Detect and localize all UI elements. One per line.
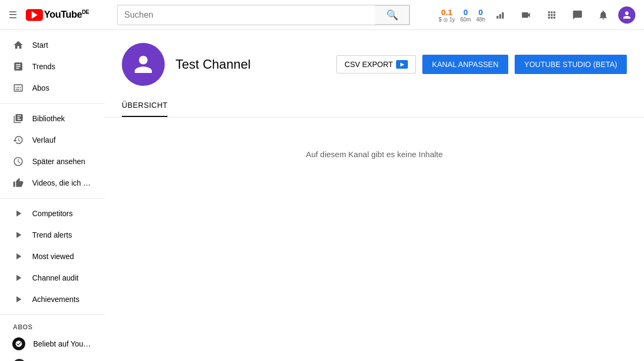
stat-48h-sub: 48h: [476, 17, 485, 23]
csv-export-button[interactable]: CSV EXPORT ▶: [336, 55, 416, 73]
analytics-icon-btn[interactable]: [489, 4, 511, 26]
sidebar-item-spaeter[interactable]: Später ansehen: [0, 151, 105, 172]
youtube-studio-button[interactable]: YOUTUBE STUDIO (BETA): [515, 55, 627, 74]
empty-state: Auf diesem Kanal gibt es keine Inhalte: [105, 117, 644, 191]
stat-48h-value: 0: [478, 8, 482, 17]
sidebar-label-most-viewed: Most viewed: [32, 252, 74, 261]
avatar[interactable]: [618, 6, 635, 24]
video-camera-icon-btn[interactable]: [515, 4, 537, 26]
svg-rect-1: [499, 14, 501, 18]
menu-icon[interactable]: ☰: [9, 9, 17, 21]
stat-revenue-sub: $ ◎ 1y: [438, 17, 455, 23]
notifications-icon-btn[interactable]: [592, 4, 614, 26]
header-left: ☰ YouTubeDE: [9, 9, 89, 21]
channel-avatar: [122, 43, 165, 86]
header: ☰ YouTubeDE 🔍 0.1 $ ◎ 1y 0 60m 0: [0, 0, 644, 30]
sidebar-item-bibliothek[interactable]: Bibliothek: [0, 108, 105, 129]
divider-1: [0, 103, 105, 104]
channel-tabs: ÜBERSICHT: [105, 94, 644, 117]
divider-2: [0, 198, 105, 198]
search-input[interactable]: [118, 5, 375, 25]
sidebar-item-abos[interactable]: Abos: [0, 77, 105, 99]
sidebar-item-start[interactable]: Start: [0, 34, 105, 56]
csv-export-label: CSV EXPORT: [345, 60, 393, 69]
sidebar: Start Trends Abos Bibliothek Verlauf Spä…: [0, 30, 105, 361]
stat-48h: 0 48h: [476, 8, 485, 23]
sidebar-label-channel-audit: Channel audit: [32, 274, 78, 282]
chat-icon-btn[interactable]: [567, 4, 588, 26]
sidebar-label-trend-alerts: Trend alerts: [32, 231, 72, 239]
channel-name: Test Channel: [175, 57, 251, 72]
achievements-icon: [13, 294, 24, 305]
beliebt-channel-icon: [13, 337, 25, 350]
apps-icon-btn[interactable]: [541, 4, 562, 26]
sidebar-label-liked: Videos, die ich m...: [32, 179, 92, 187]
abos-section-title: ABOS: [0, 319, 105, 333]
empty-message: Auf diesem Kanal gibt es keine Inhalte: [306, 150, 443, 159]
sidebar-item-achievements[interactable]: Achievements: [0, 289, 105, 310]
channel-audit-icon: [13, 272, 24, 283]
sidebar-label-trends: Trends: [32, 62, 55, 71]
most-viewed-icon: [13, 251, 24, 262]
sidebar-label-start: Start: [32, 41, 48, 49]
sidebar-label-verlauf: Verlauf: [32, 136, 56, 144]
svg-rect-0: [496, 16, 498, 18]
sidebar-item-most-viewed[interactable]: Most viewed: [0, 246, 105, 267]
logo-text: YouTubeDE: [44, 9, 89, 20]
subscriptions-icon: [13, 83, 24, 93]
stat-60m-sub: 60m: [460, 17, 471, 23]
sidebar-item-channel-audit[interactable]: Channel audit: [0, 267, 105, 289]
search-bar: 🔍: [117, 5, 410, 25]
trending-icon: [13, 61, 24, 72]
sidebar-item-competitors[interactable]: Competitors: [0, 203, 105, 224]
history-icon: [13, 135, 24, 145]
logo[interactable]: YouTubeDE: [26, 9, 89, 21]
stats-group: 0.1 $ ◎ 1y 0 60m 0 48h: [438, 8, 485, 23]
main-content: Test Channel CSV EXPORT ▶ KANAL ANPASSEN…: [105, 30, 644, 191]
trend-alerts-icon: [13, 230, 24, 240]
youtube-logo-icon: [26, 9, 43, 21]
tab-ubersicht[interactable]: ÜBERSICHT: [122, 94, 167, 117]
sidebar-item-trends[interactable]: Trends: [0, 56, 105, 77]
sidebar-label-abos: Abos: [32, 84, 49, 92]
sidebar-label-competitors: Competitors: [32, 209, 72, 218]
sidebar-item-liked[interactable]: Videos, die ich m...: [0, 172, 105, 194]
kanal-anpassen-button[interactable]: KANAL ANPASSEN: [422, 55, 508, 74]
library-icon: [13, 113, 24, 124]
sport-channel-icon: [13, 359, 26, 361]
stat-60m-value: 0: [463, 8, 467, 17]
sidebar-item-verlauf[interactable]: Verlauf: [0, 129, 105, 151]
sidebar-item-trend-alerts[interactable]: Trend alerts: [0, 224, 105, 246]
competitors-icon: [13, 208, 24, 219]
divider-3: [0, 314, 105, 315]
watch-later-icon: [13, 156, 24, 167]
csv-icon: ▶: [396, 60, 408, 69]
stat-revenue-value: 0.1: [441, 8, 452, 17]
header-right: 0.1 $ ◎ 1y 0 60m 0 48h: [438, 4, 635, 26]
stat-60m: 0 60m: [460, 8, 471, 23]
sidebar-label-achievements: Achievements: [32, 295, 79, 304]
sidebar-item-beliebt[interactable]: Beliebt auf YouTu...: [0, 333, 105, 355]
sidebar-label-spaeter: Später ansehen: [32, 157, 85, 166]
stat-revenue: 0.1 $ ◎ 1y: [438, 8, 455, 23]
channel-actions: CSV EXPORT ▶ KANAL ANPASSEN YOUTUBE STUD…: [336, 55, 627, 74]
search-button[interactable]: 🔍: [375, 5, 409, 25]
sidebar-item-sport[interactable]: Sport: [0, 355, 105, 361]
sidebar-label-bibliothek: Bibliothek: [32, 114, 65, 123]
sidebar-label-beliebt: Beliebt auf YouTu...: [33, 340, 92, 348]
svg-rect-2: [502, 12, 503, 19]
channel-header: Test Channel CSV EXPORT ▶ KANAL ANPASSEN…: [105, 30, 644, 94]
search-area: 🔍: [89, 5, 438, 25]
home-icon: [13, 40, 24, 50]
liked-icon: [13, 178, 24, 188]
